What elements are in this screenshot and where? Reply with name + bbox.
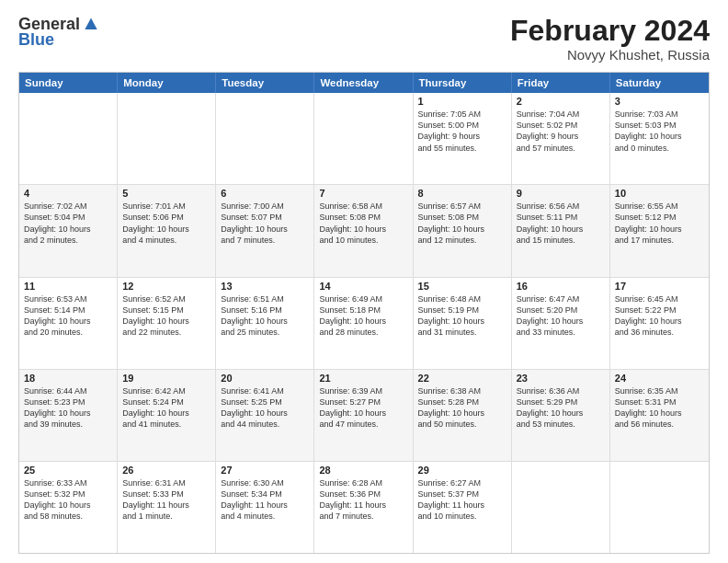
day-info: Sunrise: 6:57 AM Sunset: 5:08 PM Dayligh… (418, 201, 506, 246)
header-cell-tuesday: Tuesday (216, 73, 314, 93)
day-info: Sunrise: 6:53 AM Sunset: 5:14 PM Dayligh… (24, 293, 112, 339)
day-number: 17 (615, 281, 704, 292)
calendar-cell-empty-4-6 (610, 462, 709, 553)
day-info: Sunrise: 7:03 AM Sunset: 5:03 PM Dayligh… (615, 109, 704, 154)
day-info: Sunrise: 6:55 AM Sunset: 5:12 PM Dayligh… (615, 201, 704, 246)
calendar-header: SundayMondayTuesdayWednesdayThursdayFrid… (19, 73, 709, 93)
calendar-row-3: 18Sunrise: 6:44 AM Sunset: 5:23 PM Dayli… (19, 369, 709, 461)
calendar-cell-1: 1Sunrise: 7:05 AM Sunset: 5:00 PM Daylig… (414, 93, 512, 184)
calendar-cell-28: 28Sunrise: 6:28 AM Sunset: 5:36 PM Dayli… (314, 462, 413, 553)
day-info: Sunrise: 7:02 AM Sunset: 5:04 PM Dayligh… (24, 201, 112, 246)
calendar-cell-9: 9Sunrise: 6:56 AM Sunset: 5:11 PM Daylig… (512, 185, 610, 276)
day-info: Sunrise: 6:49 AM Sunset: 5:18 PM Dayligh… (319, 293, 407, 339)
day-info: Sunrise: 6:52 AM Sunset: 5:15 PM Dayligh… (122, 293, 210, 339)
calendar-cell-13: 13Sunrise: 6:51 AM Sunset: 5:16 PM Dayli… (216, 278, 314, 369)
calendar-body: 1Sunrise: 7:05 AM Sunset: 5:00 PM Daylig… (19, 93, 709, 553)
day-info: Sunrise: 7:00 AM Sunset: 5:07 PM Dayligh… (221, 201, 309, 246)
logo-icon (82, 16, 100, 34)
calendar-cell-empty-0-3 (314, 93, 413, 184)
calendar-cell-empty-0-1 (118, 93, 216, 184)
day-info: Sunrise: 6:27 AM Sunset: 5:37 PM Dayligh… (418, 477, 506, 523)
header-cell-wednesday: Wednesday (314, 73, 413, 93)
header-cell-monday: Monday (118, 73, 216, 93)
header-right: February 2024 Novyy Khushet, Russia (510, 15, 710, 63)
calendar-cell-8: 8Sunrise: 6:57 AM Sunset: 5:08 PM Daylig… (414, 185, 512, 276)
logo-blue: Blue (18, 30, 54, 50)
day-info: Sunrise: 7:01 AM Sunset: 5:06 PM Dayligh… (122, 201, 210, 246)
calendar-row-4: 25Sunrise: 6:33 AM Sunset: 5:32 PM Dayli… (19, 461, 709, 553)
header-cell-thursday: Thursday (414, 73, 512, 93)
header-cell-saturday: Saturday (610, 73, 709, 93)
day-number: 29 (418, 465, 506, 476)
calendar-cell-22: 22Sunrise: 6:38 AM Sunset: 5:28 PM Dayli… (414, 370, 512, 461)
header: General Blue February 2024 Novyy Khushet… (18, 15, 710, 63)
day-info: Sunrise: 6:42 AM Sunset: 5:24 PM Dayligh… (122, 385, 210, 431)
calendar-cell-6: 6Sunrise: 7:00 AM Sunset: 5:07 PM Daylig… (216, 185, 314, 276)
calendar-row-1: 4Sunrise: 7:02 AM Sunset: 5:04 PM Daylig… (19, 184, 709, 276)
day-number: 7 (319, 188, 407, 199)
day-info: Sunrise: 6:41 AM Sunset: 5:25 PM Dayligh… (221, 385, 309, 431)
day-info: Sunrise: 6:44 AM Sunset: 5:23 PM Dayligh… (24, 385, 112, 431)
day-number: 22 (418, 373, 506, 384)
day-number: 1 (418, 96, 506, 107)
calendar-cell-27: 27Sunrise: 6:30 AM Sunset: 5:34 PM Dayli… (216, 462, 314, 553)
calendar-cell-17: 17Sunrise: 6:45 AM Sunset: 5:22 PM Dayli… (610, 278, 709, 369)
day-number: 16 (517, 281, 605, 292)
day-number: 10 (615, 188, 704, 199)
day-info: Sunrise: 6:58 AM Sunset: 5:08 PM Dayligh… (319, 201, 407, 246)
calendar-cell-12: 12Sunrise: 6:52 AM Sunset: 5:15 PM Dayli… (118, 278, 216, 369)
day-number: 14 (319, 281, 407, 292)
day-number: 8 (418, 188, 506, 199)
day-info: Sunrise: 6:38 AM Sunset: 5:28 PM Dayligh… (418, 385, 506, 431)
day-number: 21 (319, 373, 407, 384)
calendar-cell-10: 10Sunrise: 6:55 AM Sunset: 5:12 PM Dayli… (610, 185, 709, 276)
logo: General Blue (18, 15, 100, 50)
day-number: 13 (221, 281, 309, 292)
day-number: 18 (24, 373, 112, 384)
day-number: 15 (418, 281, 506, 292)
day-info: Sunrise: 6:30 AM Sunset: 5:34 PM Dayligh… (221, 477, 309, 523)
header-cell-sunday: Sunday (19, 73, 118, 93)
calendar-cell-empty-0-2 (216, 93, 314, 184)
calendar-cell-19: 19Sunrise: 6:42 AM Sunset: 5:24 PM Dayli… (118, 370, 216, 461)
day-number: 3 (615, 96, 704, 107)
day-info: Sunrise: 6:56 AM Sunset: 5:11 PM Dayligh… (517, 201, 605, 246)
calendar-cell-25: 25Sunrise: 6:33 AM Sunset: 5:32 PM Dayli… (19, 462, 118, 553)
calendar: SundayMondayTuesdayWednesdayThursdayFrid… (18, 72, 710, 554)
calendar-row-2: 11Sunrise: 6:53 AM Sunset: 5:14 PM Dayli… (19, 277, 709, 369)
calendar-cell-21: 21Sunrise: 6:39 AM Sunset: 5:27 PM Dayli… (314, 370, 413, 461)
calendar-cell-empty-0-0 (19, 93, 118, 184)
day-info: Sunrise: 6:35 AM Sunset: 5:31 PM Dayligh… (615, 385, 704, 431)
day-number: 28 (319, 465, 407, 476)
calendar-cell-14: 14Sunrise: 6:49 AM Sunset: 5:18 PM Dayli… (314, 278, 413, 369)
calendar-cell-4: 4Sunrise: 7:02 AM Sunset: 5:04 PM Daylig… (19, 185, 118, 276)
day-number: 26 (122, 465, 210, 476)
day-number: 25 (24, 465, 112, 476)
calendar-cell-11: 11Sunrise: 6:53 AM Sunset: 5:14 PM Dayli… (19, 278, 118, 369)
day-number: 6 (221, 188, 309, 199)
day-number: 9 (517, 188, 605, 199)
calendar-cell-18: 18Sunrise: 6:44 AM Sunset: 5:23 PM Dayli… (19, 370, 118, 461)
day-number: 20 (221, 373, 309, 384)
day-info: Sunrise: 6:28 AM Sunset: 5:36 PM Dayligh… (319, 477, 407, 523)
calendar-cell-16: 16Sunrise: 6:47 AM Sunset: 5:20 PM Dayli… (512, 278, 610, 369)
location: Novyy Khushet, Russia (510, 47, 710, 63)
day-info: Sunrise: 6:47 AM Sunset: 5:20 PM Dayligh… (517, 293, 605, 339)
day-number: 27 (221, 465, 309, 476)
day-number: 4 (24, 188, 112, 199)
calendar-cell-5: 5Sunrise: 7:01 AM Sunset: 5:06 PM Daylig… (118, 185, 216, 276)
calendar-cell-26: 26Sunrise: 6:31 AM Sunset: 5:33 PM Dayli… (118, 462, 216, 553)
svg-marker-0 (85, 17, 97, 29)
calendar-cell-15: 15Sunrise: 6:48 AM Sunset: 5:19 PM Dayli… (414, 278, 512, 369)
day-info: Sunrise: 6:36 AM Sunset: 5:29 PM Dayligh… (517, 385, 605, 431)
calendar-cell-20: 20Sunrise: 6:41 AM Sunset: 5:25 PM Dayli… (216, 370, 314, 461)
calendar-cell-empty-4-5 (512, 462, 610, 553)
calendar-cell-2: 2Sunrise: 7:04 AM Sunset: 5:02 PM Daylig… (512, 93, 610, 184)
day-info: Sunrise: 6:31 AM Sunset: 5:33 PM Dayligh… (122, 477, 210, 523)
day-number: 23 (517, 373, 605, 384)
day-info: Sunrise: 6:33 AM Sunset: 5:32 PM Dayligh… (24, 477, 112, 523)
day-number: 19 (122, 373, 210, 384)
calendar-cell-3: 3Sunrise: 7:03 AM Sunset: 5:03 PM Daylig… (610, 93, 709, 184)
day-number: 2 (517, 96, 605, 107)
calendar-cell-7: 7Sunrise: 6:58 AM Sunset: 5:08 PM Daylig… (314, 185, 413, 276)
